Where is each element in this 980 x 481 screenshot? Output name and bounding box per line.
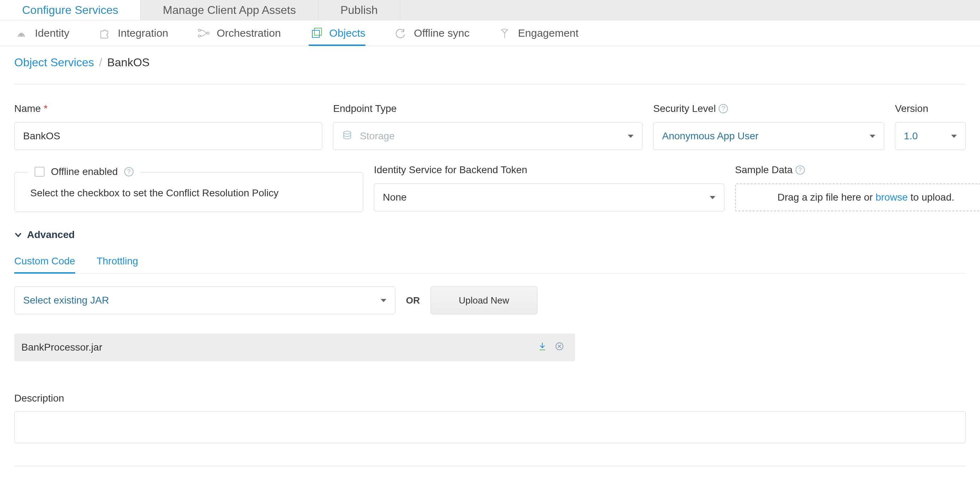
objects-icon (309, 26, 323, 40)
identity-service-value: None (383, 192, 407, 203)
version-label: Version (895, 103, 966, 115)
nav-objects-label: Objects (329, 27, 366, 39)
download-icon[interactable] (537, 341, 547, 354)
chevron-down-icon (710, 196, 716, 199)
offline-enabled-box: Offline enabled ? Select the checkbox to… (14, 172, 363, 212)
nav-identity-label: Identity (35, 27, 70, 39)
svg-point-1 (198, 35, 200, 37)
tab-configure-services[interactable]: Configure Services (0, 0, 141, 20)
nav-identity[interactable]: Identity (14, 20, 70, 46)
nav-objects[interactable]: Objects (309, 20, 366, 46)
version-value: 1.0 (904, 131, 918, 142)
jar-file-name: BankProcessor.jar (21, 342, 102, 353)
tab-throttling[interactable]: Throttling (97, 251, 138, 273)
nav-integration-label: Integration (118, 27, 169, 39)
tab-publish[interactable]: Publish (318, 0, 400, 20)
description-label: Description (14, 393, 966, 404)
fingerprint-icon (14, 26, 29, 40)
storage-icon (342, 130, 353, 143)
endpoint-type-select[interactable]: Storage (333, 122, 643, 150)
jar-select[interactable]: Select existing JAR (14, 287, 395, 314)
tab-manage-assets[interactable]: Manage Client App Assets (141, 0, 318, 20)
help-icon[interactable]: ? (795, 165, 805, 175)
identity-service-label: Identity Service for Backend Token (374, 164, 724, 176)
breadcrumb: Object Services / BankOS (14, 56, 966, 84)
nav-offline-sync[interactable]: Offline sync (393, 20, 469, 46)
breadcrumb-root[interactable]: Object Services (14, 56, 94, 69)
chevron-down-icon (951, 135, 957, 138)
svg-rect-3 (312, 30, 320, 37)
nav-engagement[interactable]: Engagement (498, 20, 579, 46)
breadcrumb-current: BankOS (107, 56, 150, 69)
svg-rect-4 (315, 28, 321, 35)
nav-orchestration-label: Orchestration (217, 27, 281, 39)
chevron-down-icon (381, 299, 387, 302)
offline-enabled-label: Offline enabled (51, 166, 118, 177)
version-select[interactable]: 1.0 (895, 122, 966, 150)
chevron-down-icon (870, 135, 875, 138)
chevron-down-icon (628, 135, 633, 138)
nav-orchestration[interactable]: Orchestration (196, 20, 281, 46)
endpoint-type-value: Storage (360, 131, 395, 142)
identity-service-select[interactable]: None (374, 183, 724, 211)
dropzone-text-pre: Drag a zip file here or (777, 192, 875, 203)
security-level-select[interactable]: Anonymous App User (653, 122, 884, 150)
help-icon[interactable]: ? (719, 104, 728, 113)
name-label: Name* (14, 103, 322, 115)
browse-link[interactable]: browse (876, 192, 908, 203)
endpoint-type-label: Endpoint Type (333, 103, 643, 115)
chevron-down-icon (14, 231, 22, 239)
tab-custom-code[interactable]: Custom Code (14, 251, 75, 273)
security-level-label: Security Level ? (653, 103, 884, 115)
help-icon[interactable]: ? (124, 167, 134, 176)
advanced-toggle[interactable]: Advanced (14, 229, 966, 240)
antenna-icon (498, 26, 512, 40)
flow-icon (196, 26, 210, 40)
name-input[interactable] (14, 122, 322, 150)
jar-file-row: BankProcessor.jar (14, 333, 575, 361)
dropzone-text-post: to upload. (908, 192, 955, 203)
svg-point-2 (207, 32, 209, 34)
offline-enabled-text: Select the checkbox to set the Conflict … (30, 187, 347, 199)
nav-offline-label: Offline sync (414, 27, 469, 39)
nav-integration[interactable]: Integration (97, 20, 169, 46)
svg-point-0 (198, 29, 200, 31)
sample-data-dropzone[interactable]: Drag a zip file here or browse to upload… (735, 183, 980, 211)
delete-icon[interactable] (554, 341, 565, 354)
jar-select-placeholder: Select existing JAR (23, 295, 109, 306)
puzzle-icon (97, 26, 111, 40)
divider (14, 466, 966, 467)
description-input[interactable] (14, 411, 966, 443)
offline-enabled-checkbox[interactable] (35, 167, 45, 177)
breadcrumb-separator: / (99, 56, 102, 69)
sync-icon (393, 26, 407, 40)
upload-new-button[interactable]: Upload New (431, 287, 537, 314)
security-level-value: Anonymous App User (662, 131, 759, 142)
svg-point-5 (344, 131, 351, 134)
sample-data-label: Sample Data ? (735, 164, 980, 176)
or-text: OR (406, 295, 420, 306)
nav-engagement-label: Engagement (518, 27, 579, 39)
